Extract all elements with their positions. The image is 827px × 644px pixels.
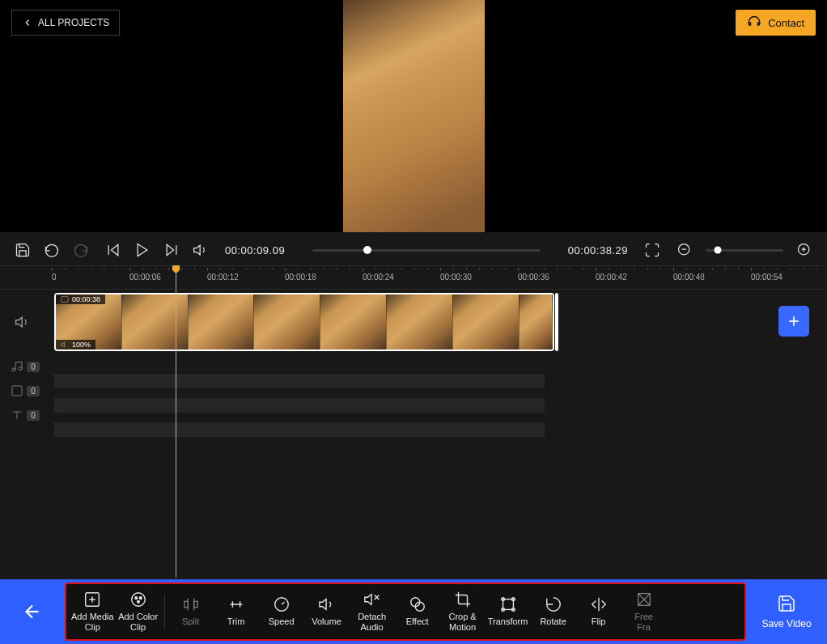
tool-split[interactable]: Split: [168, 592, 214, 630]
tool-flip[interactable]: Flip: [576, 592, 621, 630]
ruler-tick: 00:00:12: [207, 273, 239, 282]
ruler-tick: 00:00:54: [751, 273, 782, 282]
text-track[interactable]: [54, 422, 545, 437]
zoom-in-icon[interactable]: [796, 242, 812, 258]
zoom-slider[interactable]: [706, 249, 783, 252]
undo-icon[interactable]: [44, 242, 60, 258]
tool-label: Split: [182, 616, 199, 627]
svg-point-23: [131, 593, 145, 607]
add-color-clip-icon: [129, 591, 147, 608]
fullscreen-icon[interactable]: [644, 242, 660, 258]
play-icon[interactable]: [134, 242, 151, 258]
tool-free-fra[interactable]: FreeFra: [621, 587, 667, 636]
sticker-icon: [11, 384, 23, 397]
svg-marker-2: [138, 244, 147, 256]
audio-track-icon: [15, 314, 31, 330]
crop-motion-icon: [454, 591, 472, 608]
tool-add-color-clip[interactable]: Add ColorClip: [116, 587, 161, 636]
headset-icon: [747, 15, 761, 30]
tool-speed[interactable]: Speed: [259, 592, 304, 630]
contact-button[interactable]: Contact: [736, 10, 816, 36]
contact-label: Contact: [768, 17, 804, 29]
music-count: 0: [27, 362, 40, 372]
redo-icon[interactable]: [73, 242, 89, 258]
ruler-tick: 00:00:18: [285, 273, 316, 282]
tool-detach-audio[interactable]: DetachAudio: [350, 587, 395, 636]
music-track[interactable]: [54, 374, 545, 388]
tool-label: Volume: [312, 616, 341, 627]
detach-audio-icon: [363, 591, 381, 608]
tool-transform[interactable]: Transform: [486, 592, 531, 630]
back-button[interactable]: [0, 579, 65, 644]
next-icon[interactable]: [163, 242, 180, 258]
save-video-button[interactable]: Save Video: [746, 579, 827, 644]
transform-icon: [499, 595, 517, 613]
clip-volume-badge: 100%: [56, 340, 95, 350]
svg-point-12: [12, 368, 15, 371]
text-count: 0: [27, 410, 40, 421]
timeline: 0 0 0 00:00:38 100%: [0, 290, 827, 579]
svg-marker-3: [167, 244, 173, 255]
tool-rotate[interactable]: Rotate: [531, 592, 576, 630]
svg-marker-11: [16, 317, 23, 327]
svg-point-26: [137, 600, 139, 603]
prev-icon[interactable]: [105, 242, 121, 258]
tool-crop-motion[interactable]: Crop &Motion: [440, 587, 486, 636]
all-projects-button[interactable]: ALL PROJECTS: [11, 10, 120, 36]
svg-marker-36: [319, 600, 325, 610]
sticker-count: 0: [27, 386, 40, 396]
playback-scrubber[interactable]: [312, 249, 541, 252]
svg-rect-42: [503, 600, 513, 610]
svg-point-24: [134, 597, 137, 600]
tool-volume[interactable]: Volume: [304, 592, 350, 630]
svg-point-25: [139, 597, 142, 600]
tool-label: Crop &Motion: [448, 612, 476, 633]
speaker-icon[interactable]: [193, 242, 209, 258]
clip-duration-badge: 00:00:38: [56, 294, 105, 304]
svg-marker-37: [364, 594, 371, 604]
save-video-label: Save Video: [761, 618, 811, 629]
text-icon: [11, 409, 23, 422]
volume-icon: [318, 595, 336, 613]
ruler-tick: 00:00:06: [129, 273, 161, 282]
tool-effect[interactable]: Effect: [395, 592, 440, 630]
toolbar: Add MediaClipAdd ColorClipSplitTrimSpeed…: [65, 583, 746, 641]
effect-icon: [409, 595, 426, 613]
save-icon[interactable]: [15, 242, 31, 258]
tool-label: Speed: [269, 616, 295, 627]
tool-label: Add MediaClip: [71, 612, 114, 633]
timeline-ruler[interactable]: 000:00:0600:00:1200:00:1800:00:2400:00:3…: [0, 265, 827, 290]
sticker-track-row[interactable]: 0: [6, 379, 40, 403]
zoom-out-icon[interactable]: [676, 242, 693, 258]
total-time: 00:00:38.29: [568, 244, 628, 256]
trim-icon: [227, 595, 245, 613]
sticker-track[interactable]: [54, 398, 545, 413]
tool-add-media-clip[interactable]: Add MediaClip: [70, 587, 116, 636]
svg-rect-30: [193, 602, 197, 608]
tool-trim[interactable]: Trim: [214, 592, 259, 630]
chevron-left-icon: [22, 17, 33, 28]
tool-label: FreeFra: [634, 612, 653, 633]
ruler-tick: 00:00:30: [440, 273, 472, 282]
ruler-tick: 00:00:36: [518, 273, 549, 282]
svg-point-13: [19, 367, 22, 371]
svg-rect-29: [184, 602, 188, 608]
ruler-tick: 00:00:42: [596, 273, 627, 282]
tool-label: Rotate: [540, 616, 566, 627]
ruler-tick: 00:00:24: [363, 273, 394, 282]
music-icon: [11, 360, 23, 373]
svg-line-35: [282, 603, 285, 605]
tool-label: Add ColorClip: [118, 612, 158, 633]
text-track-row[interactable]: 0: [6, 403, 40, 427]
ruler-tick: 00:00:48: [673, 273, 705, 282]
video-clip[interactable]: 00:00:38 100%: [54, 293, 554, 351]
music-track-row[interactable]: 0: [6, 354, 40, 379]
clip-end-handle[interactable]: [555, 293, 558, 351]
add-clip-button[interactable]: [778, 306, 809, 337]
add-media-clip-icon: [83, 591, 101, 608]
save-video-icon: [777, 594, 796, 613]
svg-rect-15: [61, 297, 68, 303]
playhead[interactable]: [176, 265, 176, 578]
plus-icon: [786, 313, 802, 329]
svg-marker-0: [112, 244, 118, 255]
